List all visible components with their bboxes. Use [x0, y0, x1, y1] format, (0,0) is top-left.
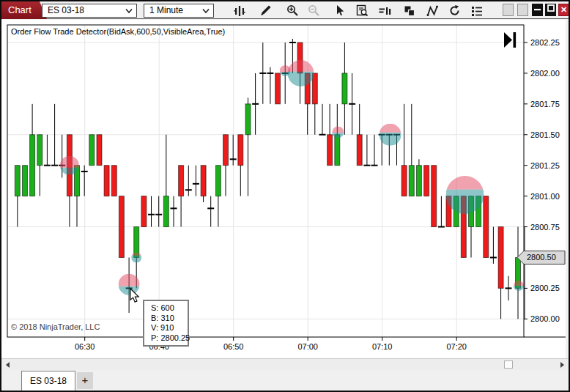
trade-marker — [446, 176, 484, 214]
candle-body — [201, 166, 206, 196]
layers-icon[interactable] — [403, 4, 415, 17]
price-tick-label: 2802.25 — [530, 38, 560, 47]
time-tick-label: 07:10 — [372, 342, 393, 351]
current-price-label: 2800.50 — [527, 253, 556, 262]
zigzag-icon[interactable] — [426, 4, 439, 17]
candle-body — [424, 166, 429, 196]
chart-canvas[interactable]: 2802.252802.002801.752801.502801.252801.… — [1, 20, 566, 358]
candle-body — [401, 166, 407, 196]
maximize-button[interactable] — [545, 4, 556, 16]
minimize-button[interactable] — [532, 4, 543, 16]
price-tick-label: 2802.00 — [530, 69, 560, 78]
price-tick-label: 2800.75 — [530, 223, 560, 232]
candle-close-dash — [319, 134, 326, 136]
candle-close-dash — [506, 287, 512, 289]
price-tick-label: 2801.75 — [530, 100, 560, 108]
candle-close-dash — [363, 165, 370, 166]
trade-marker — [380, 124, 401, 146]
pencil-icon[interactable] — [259, 4, 272, 17]
price-tick-label: 2800.00 — [530, 314, 560, 323]
candle-close-dash — [349, 103, 355, 105]
data-box-icon[interactable] — [379, 4, 391, 17]
candle-body — [342, 73, 347, 104]
candle-body — [104, 166, 109, 196]
tooltip-price-line: P: 2800.25 — [151, 333, 185, 344]
candle-body — [97, 135, 102, 166]
price-marker-tag: 2800.50 — [517, 251, 565, 264]
blank-window-button[interactable] — [503, 4, 514, 16]
candle-body — [498, 227, 503, 289]
candle-close-dash — [230, 158, 237, 160]
candle-body — [37, 135, 42, 166]
chevron-down-icon — [202, 8, 210, 14]
candle-close-dash — [438, 226, 445, 228]
scroll-right-arrow-icon[interactable] — [560, 362, 564, 368]
candle-body — [141, 196, 147, 227]
properties-icon[interactable] — [470, 4, 483, 17]
candle-close-dash — [252, 103, 259, 105]
price-tick-label: 2801.00 — [530, 192, 560, 201]
candle-body — [15, 166, 20, 196]
candle-close-dash — [148, 214, 155, 215]
candle-close-dash — [490, 256, 497, 258]
candle-close-dash — [51, 165, 58, 166]
chart-inspect-icon[interactable] — [356, 4, 369, 17]
candle-close-dash — [81, 171, 88, 172]
candle-body — [179, 166, 184, 196]
candle-close-dash — [259, 73, 266, 74]
candle-body — [357, 135, 362, 166]
cursor-icon[interactable] — [333, 4, 345, 17]
time-tick-label: 06:50 — [223, 342, 244, 351]
candle-close-dash — [371, 165, 378, 166]
tooltip-buy-line: B: 310 — [151, 314, 185, 324]
candle-body — [484, 196, 489, 258]
candle-body — [275, 73, 281, 104]
candle-body — [23, 166, 28, 196]
candle-body — [245, 104, 251, 135]
grid-lines — [7, 25, 524, 337]
candles — [15, 39, 528, 319]
instrument-dropdown[interactable]: ES 03-18 — [42, 4, 137, 18]
candle-body — [416, 166, 421, 196]
candle-body — [238, 135, 243, 166]
candle-body — [215, 166, 221, 196]
candle-close-dash — [267, 73, 273, 74]
tab-es-03-18[interactable]: ES 03-18 — [21, 371, 75, 391]
blank-window-button[interactable] — [517, 4, 528, 16]
period-dropdown-value: 1 Minute — [149, 5, 183, 15]
candle-body — [432, 166, 437, 227]
chart-window-tab[interactable]: Chart — [1, 1, 47, 19]
add-tab-button[interactable]: + — [77, 372, 93, 389]
go-to-latest-icon[interactable] — [504, 32, 517, 49]
time-axis[interactable]: 06:3006:4006:5007:0007:1007:20 — [75, 337, 467, 351]
reload-icon[interactable] — [448, 4, 461, 17]
trade-marker — [332, 126, 344, 138]
candle-close-dash — [193, 183, 199, 185]
trade-marker — [131, 252, 141, 262]
scroll-left-arrow-icon[interactable] — [6, 362, 10, 368]
horizontal-scrollbar[interactable] — [1, 358, 569, 370]
price-tick-label: 2800.25 — [530, 284, 560, 292]
candle-close-dash — [207, 207, 214, 209]
candle-body — [327, 135, 333, 166]
zoom-in-icon[interactable] — [286, 4, 299, 17]
titlebar: Chart ES 03-18 1 Minute — [1, 1, 569, 19]
price-bars-icon[interactable] — [233, 4, 245, 17]
chart-window: Chart ES 03-18 1 Minute — [0, 0, 570, 392]
zoom-out-icon[interactable] — [308, 4, 320, 17]
candle-body — [409, 166, 414, 196]
price-tick-label: 2801.50 — [530, 130, 560, 139]
time-tick-label: 07:00 — [297, 342, 318, 351]
copyright-label: © 2018 NinjaTrader, LLC — [11, 322, 100, 331]
scrollbar-thumb[interactable] — [504, 360, 513, 369]
close-button[interactable]: ✕ — [558, 4, 569, 16]
candle-body — [89, 135, 95, 166]
tooltip-volume-line: V: 910 — [151, 323, 185, 333]
price-axis[interactable]: 2802.252802.002801.752801.502801.252801.… — [524, 38, 560, 323]
candle-body — [163, 196, 169, 227]
instrument-dropdown-value: ES 03-18 — [48, 5, 84, 15]
period-dropdown[interactable]: 1 Minute — [144, 4, 214, 18]
trade-marker — [288, 60, 314, 86]
trade-marker — [514, 281, 524, 291]
candle-close-dash — [155, 214, 162, 215]
